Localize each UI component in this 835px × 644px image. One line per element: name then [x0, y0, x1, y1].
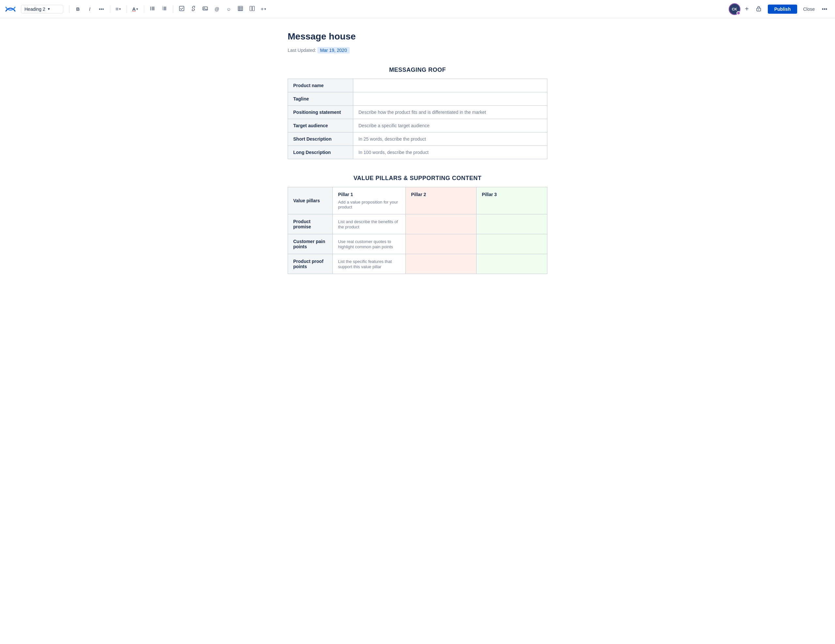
- more-text-button[interactable]: •••: [96, 4, 107, 15]
- layout-button[interactable]: [247, 4, 257, 15]
- color-chevron: ▼: [136, 8, 139, 11]
- pillar-1-header-cell[interactable]: Pillar 1 Add a value proposition for you…: [333, 187, 406, 214]
- row-header: Value pillars: [288, 187, 333, 214]
- link-icon: [191, 6, 196, 12]
- messaging-roof-table: Product name Tagline Positioning stateme…: [288, 79, 547, 159]
- italic-button[interactable]: I: [84, 4, 95, 15]
- more-dots-icon: •••: [822, 6, 827, 12]
- table-icon: [238, 6, 243, 12]
- table-button[interactable]: [235, 4, 245, 15]
- pillars-table-body: Value pillars Pillar 1 Add a value propo…: [288, 187, 547, 274]
- close-button[interactable]: Close: [800, 5, 818, 14]
- avatar-badge: [736, 11, 741, 15]
- bullet-icon: [150, 6, 155, 12]
- pillar-2-header-cell[interactable]: Pillar 2: [406, 187, 476, 214]
- svg-rect-3: [152, 8, 154, 9]
- pillar-1-cell[interactable]: List and describe the benefits of the pr…: [333, 214, 406, 234]
- pillar-3-cell[interactable]: [476, 214, 547, 234]
- row-value[interactable]: [353, 92, 547, 106]
- add-button[interactable]: +: [742, 4, 752, 15]
- insert-chevron: ▼: [263, 8, 266, 11]
- link-button[interactable]: [188, 4, 199, 15]
- heading-selector[interactable]: Heading 2 ▼: [21, 5, 63, 13]
- align-icon: ≡: [115, 6, 119, 12]
- pillar-3-title: Pillar 3: [482, 192, 542, 197]
- pillar-2-cell[interactable]: [406, 234, 476, 254]
- text-color-button[interactable]: A ▼: [130, 4, 141, 15]
- svg-rect-5: [152, 10, 154, 10]
- mention-button[interactable]: @: [212, 4, 222, 15]
- row-value[interactable]: Describe a specific target audience: [353, 119, 547, 132]
- layout-icon: [250, 6, 255, 12]
- publish-button[interactable]: Publish: [768, 5, 798, 14]
- align-chevron: ▼: [119, 8, 121, 11]
- table-row: Tagline: [288, 92, 547, 106]
- table-row: Value pillars Pillar 1 Add a value propo…: [288, 187, 547, 214]
- svg-rect-22: [252, 6, 254, 11]
- at-icon: @: [214, 7, 219, 12]
- row-header: Product proof points: [288, 254, 333, 274]
- roof-table-body: Product name Tagline Positioning stateme…: [288, 79, 547, 159]
- lock-button[interactable]: [754, 4, 764, 15]
- row-label[interactable]: Product name: [288, 79, 353, 92]
- svg-rect-9: [163, 8, 166, 9]
- align-button[interactable]: ≡ ▼: [114, 4, 123, 15]
- pillar-3-cell[interactable]: [476, 254, 547, 274]
- bold-button[interactable]: B: [73, 4, 83, 15]
- table-row: Long Description In 100 words, describe …: [288, 146, 547, 159]
- row-label[interactable]: Long Description: [288, 146, 353, 159]
- svg-point-4: [150, 10, 151, 10]
- svg-rect-7: [163, 7, 166, 8]
- pillar-3-cell[interactable]: [476, 234, 547, 254]
- row-label[interactable]: Target audience: [288, 119, 353, 132]
- value-pillars-table: Value pillars Pillar 1 Add a value propo…: [288, 187, 547, 274]
- image-button[interactable]: [200, 4, 210, 15]
- more-options-button[interactable]: •••: [819, 4, 830, 15]
- emoji-icon: ☺: [226, 7, 231, 12]
- table-row: Product promise List and describe the be…: [288, 214, 547, 234]
- row-value[interactable]: In 100 words, describe the product: [353, 146, 547, 159]
- svg-point-24: [758, 10, 759, 10]
- pillar-2-cell[interactable]: [406, 254, 476, 274]
- page-title: Message house: [288, 31, 547, 42]
- pillar-3-header-cell[interactable]: Pillar 3: [476, 187, 547, 214]
- svg-point-0: [150, 7, 151, 8]
- row-value[interactable]: Describe how the product fits and is dif…: [353, 106, 547, 119]
- task-icon: [179, 6, 184, 12]
- plus-icon: +: [261, 6, 263, 12]
- row-label[interactable]: Positioning statement: [288, 106, 353, 119]
- row-label[interactable]: Short Description: [288, 132, 353, 146]
- numbered-list-button[interactable]: 123: [159, 4, 170, 15]
- task-button[interactable]: [177, 4, 187, 15]
- svg-point-2: [150, 8, 151, 9]
- svg-point-14: [204, 8, 205, 8]
- heading-label: Heading 2: [24, 7, 45, 12]
- last-updated-row: Last Updated: Mar 19, 2020: [288, 47, 547, 54]
- bullet-list-button[interactable]: [148, 4, 158, 15]
- user-avatar[interactable]: CK: [729, 3, 741, 15]
- insert-button[interactable]: + ▼: [259, 4, 268, 15]
- row-value[interactable]: [353, 79, 547, 92]
- messaging-roof-heading: MESSAGING ROOF: [288, 67, 547, 73]
- emoji-button[interactable]: ☺: [223, 4, 234, 15]
- svg-text:3: 3: [162, 8, 163, 10]
- pillar-2-cell[interactable]: [406, 214, 476, 234]
- toolbar: Heading 2 ▼ B I ••• ≡ ▼ A ▼ 123: [0, 0, 835, 18]
- text-color-icon: A: [132, 6, 136, 12]
- confluence-logo[interactable]: [5, 4, 16, 15]
- divider-5: [173, 5, 173, 13]
- row-label[interactable]: Tagline: [288, 92, 353, 106]
- lock-icon: [756, 6, 762, 12]
- divider-4: [144, 5, 144, 13]
- pillar-1-cell[interactable]: Use real customer quotes to highlight co…: [333, 234, 406, 254]
- pillar-1-subtitle: Add a value proposition for your product: [338, 200, 400, 210]
- value-pillars-heading: VALUE PILLARS & SUPPORTING CONTENT: [288, 175, 547, 182]
- row-value[interactable]: In 25 words, describe the product: [353, 132, 547, 146]
- last-updated-value[interactable]: Mar 19, 2020: [317, 47, 350, 54]
- chevron-down-icon: ▼: [47, 7, 50, 11]
- table-row: Positioning statement Describe how the p…: [288, 106, 547, 119]
- pillar-1-cell[interactable]: List the specific features that support …: [333, 254, 406, 274]
- image-icon: [203, 6, 208, 12]
- svg-rect-21: [250, 6, 252, 11]
- table-row: Short Description In 25 words, describe …: [288, 132, 547, 146]
